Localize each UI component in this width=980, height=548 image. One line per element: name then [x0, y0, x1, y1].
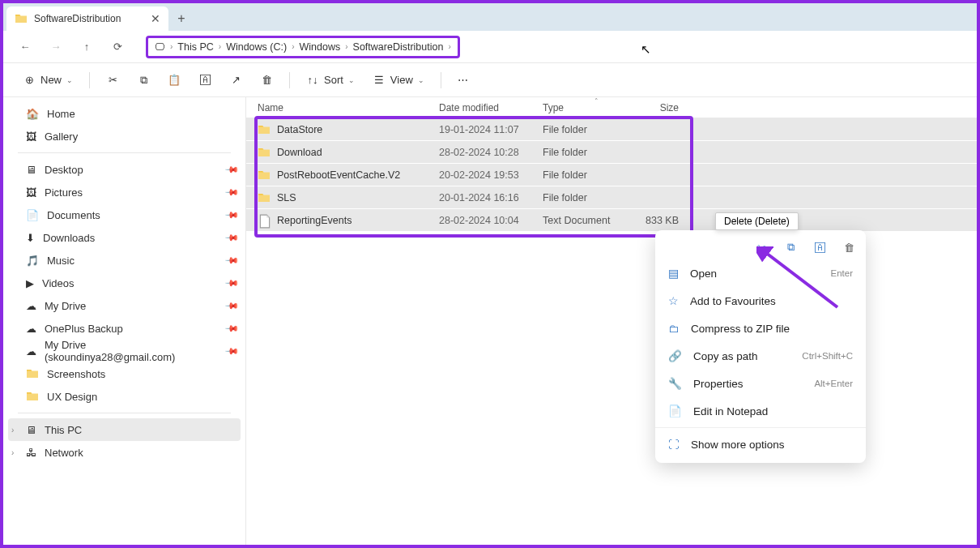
pin-icon: 📌 — [224, 161, 239, 177]
ctx-copy-path[interactable]: 🔗 Copy as path Ctrl+Shift+C — [655, 342, 866, 370]
tab-title: SoftwareDistribution — [34, 13, 121, 24]
file-name: DataStore — [277, 124, 439, 135]
sidebar-item[interactable]: ☁My Drive📌 — [3, 294, 245, 317]
chevron-down-icon: ⌄ — [66, 76, 73, 84]
scissors-icon[interactable]: ✂ — [754, 240, 769, 255]
sidebar-item[interactable]: ⬇Downloads📌 — [3, 226, 245, 249]
col-size[interactable]: Size — [630, 102, 679, 113]
file-name: Download — [277, 147, 439, 158]
breadcrumb-item[interactable]: Windows — [300, 41, 341, 53]
sidebar-item[interactable]: 📄Documents📌 — [3, 203, 245, 226]
pin-icon: 📌 — [224, 184, 239, 199]
sidebar-item[interactable]: 🎵Music📌 — [3, 249, 245, 272]
col-type[interactable]: Type — [543, 102, 630, 113]
file-type: File folder — [543, 147, 630, 158]
ctx-shortcut: Enter — [831, 268, 854, 278]
folder-icon — [258, 191, 272, 204]
ctx-compress[interactable]: 🗀 Compress to ZIP file — [655, 315, 866, 342]
pin-icon: 📌 — [224, 275, 239, 290]
gallery-icon: 🖼 — [26, 131, 36, 143]
chevron-right-icon: › — [11, 426, 14, 435]
context-top-icons: ✂ ⧉ 🄰 🗑 — [655, 235, 866, 259]
separator — [289, 72, 290, 88]
zip-icon: 🗀 — [668, 323, 680, 335]
item-icon: 🖥 — [26, 164, 36, 176]
close-icon[interactable]: ✕ — [151, 12, 160, 25]
sidebar-label: Desktop — [45, 164, 83, 176]
file-row[interactable]: PostRebootEventCache.V2 20-02-2024 19:53… — [246, 164, 977, 186]
sidebar-item[interactable]: ☁My Drive (skoundinya28@gmail.com)📌 — [3, 340, 245, 362]
item-icon: ▶ — [26, 277, 34, 289]
breadcrumb-item[interactable]: Windows (C:) — [226, 41, 287, 53]
home-icon: 🏠 — [26, 108, 39, 120]
refresh-button[interactable]: ⟳ — [109, 38, 126, 56]
ctx-favourites[interactable]: ☆ Add to Favourites — [655, 287, 866, 315]
ctx-label: Show more options — [691, 439, 785, 451]
forward-button[interactable]: → — [47, 38, 65, 56]
trash-icon[interactable]: 🗑 — [842, 240, 856, 255]
wrench-icon: 🔧 — [668, 377, 682, 390]
breadcrumb-item[interactable]: SoftwareDistribution — [353, 41, 444, 53]
up-button[interactable]: ↑ — [78, 38, 96, 56]
folder-icon — [15, 12, 28, 25]
file-row[interactable]: ReportingEvents 28-02-2024 10:04 Text Do… — [246, 209, 977, 231]
sidebar-item[interactable]: 🖼Pictures📌 — [3, 181, 245, 203]
col-date[interactable]: Date modified — [439, 102, 543, 113]
chevron-right-icon: › — [170, 42, 173, 51]
copy-button[interactable]: ⧉ — [130, 69, 156, 92]
tab-bar: SoftwareDistribution ✕ + — [3, 3, 977, 31]
item-icon: ☁ — [26, 300, 36, 312]
sidebar-item[interactable]: 🖥Desktop📌 — [3, 158, 245, 181]
more-button[interactable]: ⋯ — [451, 69, 475, 92]
share-button[interactable]: ↗ — [223, 69, 249, 92]
sidebar-item[interactable]: Screenshots — [3, 362, 245, 385]
ctx-label: Copy as path — [693, 350, 758, 362]
rename-button[interactable]: 🄰 — [192, 69, 218, 92]
sidebar-item[interactable]: ▶Videos📌 — [3, 272, 245, 294]
ctx-show-more[interactable]: ⛶ Show more options — [655, 430, 866, 458]
ctx-label: Compress to ZIP file — [691, 323, 790, 335]
folder-icon — [26, 367, 39, 380]
ctx-open[interactable]: ▤ Open Enter — [655, 259, 866, 287]
sidebar-network[interactable]: › 🖧 Network — [3, 441, 245, 464]
paste-button[interactable]: 📋 — [161, 69, 187, 92]
tab-active[interactable]: SoftwareDistribution ✕ — [6, 6, 168, 31]
cut-button[interactable]: ✂ — [100, 69, 126, 92]
sidebar-gallery[interactable]: 🖼 Gallery — [3, 125, 245, 148]
folder-icon — [258, 146, 272, 159]
back-button[interactable]: ← — [16, 38, 34, 56]
delete-button[interactable]: 🗑 — [254, 69, 279, 92]
rename-icon[interactable]: 🄰 — [812, 240, 827, 255]
file-row[interactable]: Download 28-02-2024 10:28 File folder — [246, 141, 977, 163]
file-icon — [258, 214, 272, 227]
col-name[interactable]: Name — [258, 102, 439, 113]
sidebar-item[interactable]: ☁OnePlus Backup📌 — [3, 317, 245, 340]
new-button[interactable]: ⊕ New ⌄ — [16, 69, 79, 92]
file-date: 20-02-2024 19:53 — [439, 169, 543, 181]
sidebar-label: Music — [47, 255, 75, 267]
file-type: Text Document — [543, 215, 630, 226]
separator — [441, 72, 441, 88]
copy-icon[interactable]: ⧉ — [783, 240, 798, 255]
ctx-label: Edit in Notepad — [693, 405, 768, 417]
sidebar-item[interactable]: UX Design — [3, 385, 245, 408]
sort-button[interactable]: ↑↓ Sort ⌄ — [300, 69, 361, 92]
breadcrumb[interactable]: 🖵 › This PC › Windows (C:) › Windows › S… — [146, 36, 460, 58]
sidebar-this-pc[interactable]: › 🖥 This PC — [8, 418, 241, 441]
file-type: File folder — [543, 192, 630, 203]
breadcrumb-item[interactable]: This PC — [177, 41, 213, 53]
ctx-label: Add to Favourites — [690, 295, 776, 307]
new-tab-button[interactable]: + — [168, 6, 194, 31]
file-row[interactable]: SLS 20-01-2024 16:16 File folder — [246, 186, 977, 208]
file-type: File folder — [543, 124, 630, 135]
ctx-edit-notepad[interactable]: 📄 Edit in Notepad — [655, 397, 866, 425]
file-date: 28-02-2024 10:28 — [439, 147, 543, 158]
sidebar-home[interactable]: 🏠 Home — [3, 102, 245, 125]
chevron-right-icon: › — [448, 42, 450, 51]
ctx-properties[interactable]: 🔧 Properties Alt+Enter — [655, 370, 866, 397]
network-icon: 🖧 — [26, 447, 36, 459]
sidebar-label: This PC — [45, 424, 82, 436]
file-row[interactable]: DataStore 19-01-2024 11:07 File folder — [246, 118, 977, 140]
rename-icon: 🄰 — [198, 74, 211, 87]
view-button[interactable]: ☰ View ⌄ — [366, 69, 431, 92]
